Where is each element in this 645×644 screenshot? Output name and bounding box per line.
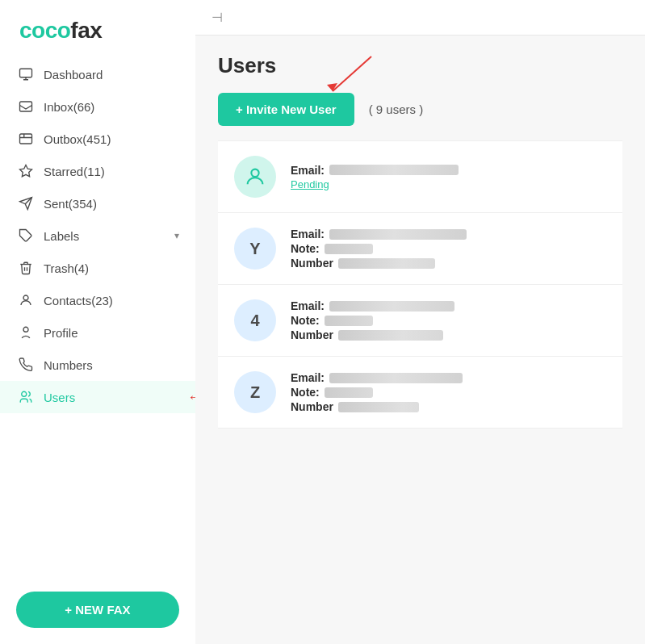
- avatar: [234, 156, 276, 198]
- sidebar-item-profile-label: Profile: [44, 326, 179, 340]
- sidebar-item-contacts-label: Contacts(23): [44, 294, 179, 307]
- email-label: Email:: [291, 164, 325, 177]
- monitor-icon: [18, 66, 34, 82]
- inbox-icon: [18, 98, 34, 115]
- star-icon: [18, 163, 34, 179]
- sidebar-item-inbox[interactable]: Inbox(66): [0, 90, 195, 123]
- number-value: [338, 402, 419, 412]
- user-card: Z Email: Note: Number: [218, 357, 622, 429]
- sidebar-item-sent-label: Sent(354): [44, 197, 179, 211]
- note-label: Note:: [291, 386, 320, 399]
- number-label: Number: [291, 257, 333, 270]
- sidebar-item-starred-label: Starred(11): [44, 165, 179, 178]
- svg-rect-0: [20, 69, 32, 77]
- status-row: Pending: [291, 178, 459, 190]
- user-card: Email: Pending: [218, 140, 622, 213]
- svg-point-9: [22, 391, 27, 396]
- user-info: Email: Pending: [291, 164, 459, 190]
- trash-icon: [18, 260, 34, 276]
- users-arrow-indicator: ←: [187, 389, 195, 406]
- svg-point-12: [251, 169, 258, 177]
- sidebar-item-sent[interactable]: Sent(354): [0, 187, 195, 220]
- svg-point-7: [23, 295, 28, 300]
- content-area: Users + Invite New User ( 9 users ) Emai…: [195, 36, 645, 644]
- user-info: Email: Note: Number: [291, 299, 454, 341]
- number-row: Number: [291, 257, 467, 270]
- email-value: [329, 301, 454, 312]
- sidebar-item-labels[interactable]: Labels ▾: [0, 220, 195, 252]
- svg-point-8: [23, 327, 28, 332]
- note-row: Note:: [291, 242, 467, 255]
- user-card: 4 Email: Note: Number: [218, 285, 622, 357]
- note-row: Note:: [291, 386, 463, 399]
- email-row: Email:: [291, 228, 467, 240]
- note-value: [325, 387, 373, 398]
- new-fax-button[interactable]: + NEW FAX: [16, 592, 179, 628]
- sidebar-item-outbox-label: Outbox(451): [44, 132, 179, 146]
- invite-new-user-button[interactable]: + Invite New User: [218, 93, 354, 126]
- sidebar: cocofax Dashboard Inbox(66) Outbox(451): [0, 0, 195, 644]
- sidebar-item-outbox[interactable]: Outbox(451): [0, 123, 195, 155]
- contacts-icon: [18, 292, 34, 308]
- nav-list: Dashboard Inbox(66) Outbox(451) Starred(…: [0, 58, 195, 580]
- avatar: 4: [234, 299, 276, 341]
- outbox-icon: [18, 131, 34, 147]
- sidebar-item-starred[interactable]: Starred(11): [0, 155, 195, 187]
- avatar: Y: [234, 228, 276, 270]
- tag-icon: [18, 228, 34, 244]
- sidebar-item-numbers-label: Numbers: [44, 358, 179, 372]
- logo-part1: coco: [19, 18, 70, 43]
- email-label: Email:: [291, 228, 325, 240]
- note-value: [325, 244, 373, 254]
- user-count: ( 9 users ): [369, 102, 424, 116]
- number-label: Number: [291, 400, 333, 413]
- profile-icon: [18, 324, 34, 341]
- svg-line-10: [333, 56, 371, 91]
- email-value: [329, 373, 463, 383]
- sidebar-item-dashboard-label: Dashboard: [44, 68, 179, 82]
- email-label: Email:: [291, 371, 325, 384]
- note-row: Note:: [291, 314, 454, 327]
- email-value: [329, 229, 467, 240]
- logo-part2: fax: [70, 18, 102, 43]
- sidebar-item-contacts[interactable]: Contacts(23): [0, 284, 195, 316]
- note-label: Note:: [291, 242, 320, 255]
- users-list: Email: Pending Y Email:: [218, 140, 622, 429]
- page-title: Users: [218, 53, 622, 78]
- sidebar-item-labels-label: Labels: [44, 229, 165, 243]
- email-label: Email:: [291, 299, 325, 312]
- user-info: Email: Note: Number: [291, 228, 467, 270]
- collapse-sidebar-button[interactable]: ⊣: [207, 6, 228, 28]
- sent-icon: [18, 195, 34, 211]
- number-label: Number: [291, 328, 333, 341]
- users-icon: [18, 389, 34, 405]
- sidebar-item-inbox-label: Inbox(66): [44, 100, 179, 114]
- main-content: ⊣ Users + Invite New User ( 9 users ) Em…: [195, 0, 645, 644]
- note-label: Note:: [291, 314, 320, 327]
- svg-marker-11: [327, 83, 337, 91]
- actions-row: + Invite New User ( 9 users ): [218, 93, 622, 126]
- note-value: [325, 316, 373, 326]
- svg-marker-3: [20, 165, 32, 177]
- sidebar-item-trash[interactable]: Trash(4): [0, 252, 195, 284]
- number-row: Number: [291, 328, 454, 341]
- sidebar-item-profile[interactable]: Profile: [0, 316, 195, 349]
- phone-icon: [18, 357, 34, 373]
- number-value: [338, 330, 443, 341]
- pending-status[interactable]: Pending: [291, 178, 329, 190]
- user-card: Y Email: Note: Number: [218, 213, 622, 285]
- topbar: ⊣: [195, 0, 645, 36]
- email-row: Email:: [291, 371, 463, 384]
- email-row: Email:: [291, 299, 454, 312]
- email-row: Email:: [291, 164, 459, 177]
- sidebar-item-users-label: Users: [44, 391, 179, 404]
- number-value: [338, 258, 435, 269]
- sidebar-item-numbers[interactable]: Numbers: [0, 349, 195, 381]
- logo: cocofax: [0, 0, 195, 58]
- number-row: Number: [291, 400, 463, 413]
- invite-arrow-annotation: [291, 52, 387, 97]
- email-value: [329, 165, 459, 175]
- sidebar-item-dashboard[interactable]: Dashboard: [0, 58, 195, 90]
- chevron-down-icon: ▾: [174, 230, 179, 241]
- sidebar-item-users[interactable]: Users ←: [0, 381, 195, 413]
